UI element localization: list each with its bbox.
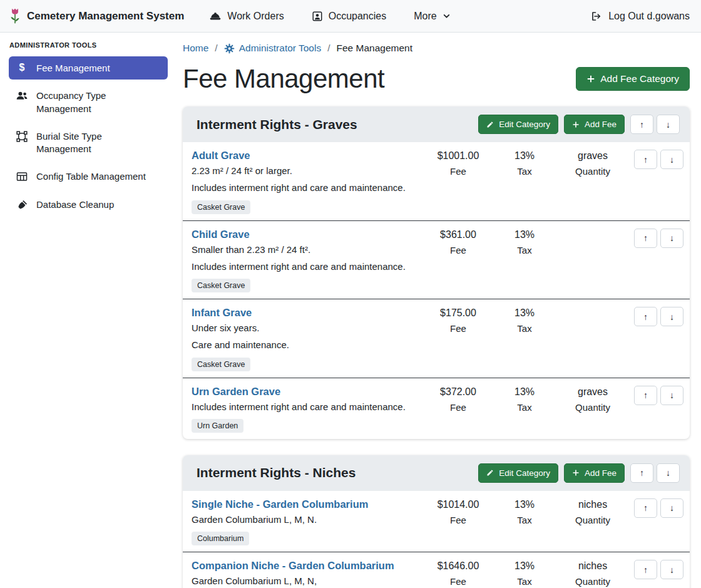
sidebar-item-fee-management[interactable]: $ Fee Management bbox=[9, 56, 168, 80]
fee-amount: $1646.00 bbox=[425, 560, 491, 572]
sidebar-item-occupancy-type-management[interactable]: Occupancy Type Management bbox=[9, 84, 168, 120]
fee-tax-column: 13% Tax bbox=[491, 307, 558, 334]
fee-descriptions: Garden Columbarium L, M, N. bbox=[192, 513, 420, 526]
category-header: Interment Rights - Niches Edit Category … bbox=[183, 455, 690, 491]
breadcrumb-separator: / bbox=[215, 43, 217, 54]
fee-tag: Columbarium bbox=[192, 532, 249, 545]
add-fee-label: Add Fee bbox=[585, 120, 617, 129]
add-fee-category-label: Add Fee Category bbox=[600, 73, 679, 85]
primary-nav: Work Orders Occupancies More bbox=[209, 11, 590, 22]
move-fee-down-button[interactable]: ↓ bbox=[660, 560, 683, 579]
breadcrumb-admin-tools-link[interactable]: Administrator Tools bbox=[224, 43, 322, 54]
plus-icon bbox=[586, 75, 595, 83]
fee-name-link[interactable]: Urn Garden Grave bbox=[192, 386, 280, 398]
sidebar-item-label: Fee Management bbox=[36, 61, 110, 75]
arrow-up-icon: ↑ bbox=[640, 468, 644, 478]
move-fee-down-button[interactable]: ↓ bbox=[660, 229, 683, 248]
fee-tax: 13% bbox=[491, 499, 558, 510]
move-category-up-button[interactable]: ↑ bbox=[630, 115, 653, 134]
fee-name-link[interactable]: Companion Niche - Garden Columbarium bbox=[192, 560, 394, 572]
admin-tools-sidebar: ADMINISTRATOR TOOLS $ Fee Management Occ… bbox=[0, 33, 175, 220]
fee-name-link[interactable]: Adult Grave bbox=[192, 150, 250, 162]
category-title: Interment Rights - Graves bbox=[197, 117, 478, 132]
add-fee-category-button[interactable]: Add Fee Category bbox=[576, 67, 690, 91]
top-navbar: Cemetery Management System Work Orders bbox=[0, 0, 701, 33]
breadcrumb-current: Fee Management bbox=[337, 43, 413, 54]
move-fee-up-button[interactable]: ↑ bbox=[634, 229, 657, 248]
nav-item-label: Occupancies bbox=[329, 11, 387, 22]
fee-amount-column: $1014.00 Fee bbox=[425, 498, 491, 525]
table-icon bbox=[15, 171, 29, 182]
fee-quantity-label: Quantity bbox=[558, 576, 628, 587]
fee-quantity-label: Quantity bbox=[558, 402, 628, 413]
add-fee-button[interactable]: Add Fee bbox=[564, 463, 625, 483]
edit-category-button[interactable]: Edit Category bbox=[478, 463, 558, 483]
arrow-down-icon: ↓ bbox=[670, 503, 674, 513]
fee-tax: 13% bbox=[491, 307, 558, 319]
move-fee-down-button[interactable]: ↓ bbox=[660, 150, 683, 169]
move-fee-up-button[interactable]: ↑ bbox=[634, 498, 657, 518]
move-fee-down-button[interactable]: ↓ bbox=[660, 307, 683, 326]
fee-amount-label: Fee bbox=[425, 323, 491, 334]
move-fee-up-button[interactable]: ↑ bbox=[634, 386, 657, 405]
move-category-up-button[interactable]: ↑ bbox=[630, 463, 653, 483]
move-fee-down-button[interactable]: ↓ bbox=[660, 498, 683, 518]
nav-item-occupancies[interactable]: Occupancies bbox=[312, 11, 387, 22]
category-list: Interment Rights - Graves Edit Category … bbox=[183, 106, 690, 588]
fee-amount-column: $361.00 Fee bbox=[425, 229, 491, 255]
gear-icon bbox=[224, 43, 235, 54]
category-header: Interment Rights - Graves Edit Category … bbox=[183, 106, 690, 142]
sidebar-item-database-cleanup[interactable]: Database Cleanup bbox=[9, 193, 168, 216]
fee-tax-label: Tax bbox=[491, 166, 558, 177]
move-fee-up-button[interactable]: ↑ bbox=[634, 560, 657, 579]
users-icon bbox=[15, 90, 29, 101]
fee-tax: 13% bbox=[491, 386, 558, 398]
logout-button[interactable]: Log Out d.gowans bbox=[590, 11, 690, 22]
pencil-icon bbox=[486, 121, 494, 128]
fee-descriptions: Smaller than 2.23 m² / 24 ft².Includes i… bbox=[192, 244, 420, 274]
add-fee-button[interactable]: Add Fee bbox=[564, 115, 625, 134]
arrow-down-icon: ↓ bbox=[670, 312, 674, 322]
edit-category-button[interactable]: Edit Category bbox=[478, 115, 558, 134]
fee-list: Single Niche - Garden Columbarium Garden… bbox=[183, 491, 690, 588]
fee-quantity-label: Quantity bbox=[558, 166, 628, 177]
dollar-icon: $ bbox=[15, 63, 29, 73]
fee-category-card: Interment Rights - Niches Edit Category … bbox=[183, 455, 690, 588]
fee-amount-label: Fee bbox=[425, 245, 491, 255]
sidebar-item-label: Config Table Management bbox=[36, 170, 146, 183]
breadcrumb-admin-tools-label: Administrator Tools bbox=[239, 43, 322, 54]
move-fee-up-button[interactable]: ↑ bbox=[634, 150, 657, 169]
fee-amount: $372.00 bbox=[425, 386, 491, 398]
fee-tax-column: 13% Tax bbox=[491, 386, 558, 413]
fee-name-link[interactable]: Single Niche - Garden Columbarium bbox=[192, 498, 368, 510]
nav-item-label: Work Orders bbox=[227, 11, 284, 22]
sidebar-item-label: Occupancy Type Management bbox=[36, 89, 146, 115]
fee-amount: $361.00 bbox=[425, 229, 491, 240]
fee-tag: Casket Grave bbox=[192, 358, 250, 371]
fee-name-link[interactable]: Child Grave bbox=[192, 229, 250, 240]
move-category-down-button[interactable]: ↓ bbox=[657, 115, 680, 134]
fee-tax-column: 13% Tax bbox=[491, 150, 558, 177]
fee-descriptions: Under six years.Care and maintenance. bbox=[192, 322, 420, 352]
fee-amount-label: Fee bbox=[425, 166, 491, 177]
fee-amount-column: $1001.00 Fee bbox=[425, 150, 491, 177]
fee-quantity-column: niches Quantity bbox=[558, 498, 628, 525]
fee-amount-column: $175.00 Fee bbox=[425, 307, 491, 334]
sidebar-item-burial-site-type-management[interactable]: Burial Site Type Management bbox=[9, 125, 168, 161]
fee-name-link[interactable]: Infant Grave bbox=[192, 307, 252, 319]
nav-item-work-orders[interactable]: Work Orders bbox=[209, 11, 284, 22]
fee-tax-column: 13% Tax bbox=[491, 560, 558, 587]
move-category-down-button[interactable]: ↓ bbox=[657, 463, 680, 483]
move-fee-up-button[interactable]: ↑ bbox=[634, 307, 657, 326]
plus-icon bbox=[572, 121, 580, 128]
breadcrumb-home-link[interactable]: Home bbox=[183, 43, 208, 54]
arrow-up-icon: ↑ bbox=[643, 233, 648, 243]
app-brand[interactable]: Cemetery Management System bbox=[9, 8, 184, 24]
move-fee-down-button[interactable]: ↓ bbox=[660, 386, 683, 405]
fee-quantity-column: graves Quantity bbox=[558, 386, 628, 413]
sidebar-item-config-table-management[interactable]: Config Table Management bbox=[9, 165, 168, 188]
fee-tax: 13% bbox=[491, 229, 558, 240]
main-content: Home / Administrator Tools / Fee Managem… bbox=[175, 33, 701, 588]
nav-item-more[interactable]: More bbox=[414, 11, 450, 22]
fee-quantity-column: niches Quantity bbox=[558, 560, 628, 587]
